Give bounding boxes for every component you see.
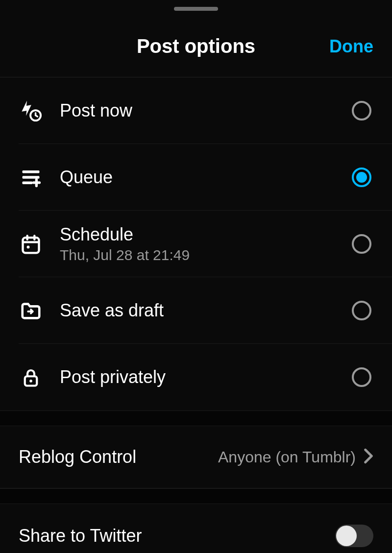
option-queue[interactable]: Queue [19,144,392,211]
option-label: Save as draft [60,300,352,321]
option-post-now[interactable]: Post now [19,77,392,144]
folder-icon [19,298,43,323]
svg-rect-1 [23,170,40,173]
option-text: Save as draft [60,300,352,321]
section-divider [0,488,392,504]
post-options-sheet: Post options Done Post now [0,0,392,553]
reblog-control-label: Reblog Control [19,447,218,467]
done-button[interactable]: Done [329,36,373,57]
svg-point-8 [27,245,30,248]
option-text: Schedule Thu, Jul 28 at 21:49 [60,224,352,264]
option-label: Queue [60,167,352,188]
calendar-icon [19,232,43,256]
lock-icon [19,365,43,389]
share-twitter-label: Share to Twitter [19,526,335,546]
radio-save-draft[interactable] [352,301,371,320]
svg-point-10 [29,380,32,383]
sheet-header: Post options Done [0,16,392,77]
option-post-privately[interactable]: Post privately [19,344,392,410]
section-divider [0,410,392,426]
option-label: Post now [60,100,352,121]
schedule-datetime: Thu, Jul 28 at 21:49 [60,247,352,264]
page-title: Post options [137,35,255,57]
drag-handle[interactable] [174,7,218,11]
option-save-draft[interactable]: Save as draft [19,277,392,344]
svg-rect-3 [23,181,33,184]
drag-handle-container [0,0,392,16]
radio-schedule[interactable] [352,234,371,254]
share-twitter-toggle[interactable] [335,525,373,547]
queue-icon [19,165,43,190]
option-text: Queue [60,167,352,188]
post-timing-options: Post now Queue [0,77,392,410]
chevron-right-icon [364,448,373,466]
option-schedule[interactable]: Schedule Thu, Jul 28 at 21:49 [19,211,392,277]
option-label: Post privately [60,367,352,387]
toggle-knob [336,526,357,546]
radio-inner-dot [356,172,367,183]
share-twitter-row[interactable]: Share to Twitter [0,504,392,553]
svg-rect-4 [23,238,39,253]
option-text: Post privately [60,367,352,387]
radio-post-privately[interactable] [352,367,371,387]
reblog-control-value: Anyone (on Tumblr) [218,448,356,466]
radio-post-now[interactable] [352,101,371,120]
radio-queue[interactable] [352,168,371,187]
option-text: Post now [60,100,352,121]
option-label: Schedule [60,224,352,245]
post-now-icon [19,98,43,123]
reblog-control-row[interactable]: Reblog Control Anyone (on Tumblr) [0,426,392,488]
